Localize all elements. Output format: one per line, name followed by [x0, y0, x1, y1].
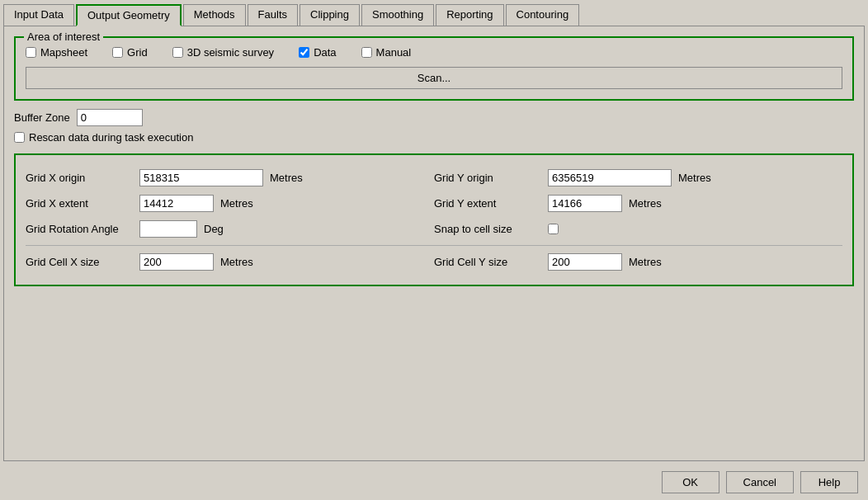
main-window: Input Data Output Geometry Methods Fault…: [0, 0, 868, 500]
manual-label: Manual: [376, 46, 412, 59]
mapsheet-checkbox[interactable]: [26, 47, 36, 58]
rescan-label: Rescan data during task execution: [29, 131, 193, 144]
seismic-checkbox[interactable]: [172, 47, 183, 58]
grid-params-grid: Grid X origin Metres Grid Y origin Metre…: [26, 165, 842, 275]
snap-row: Snap to cell size: [434, 216, 842, 242]
grid-cell-y-label: Grid Cell Y size: [434, 256, 541, 268]
grid-x-extent-unit: Metres: [220, 197, 253, 210]
grid-cell-x-unit: Metres: [220, 256, 253, 268]
scan-button[interactable]: Scan...: [26, 67, 842, 89]
footer: OK Cancel Help: [0, 465, 868, 500]
rescan-row: Rescan data during task execution: [14, 131, 854, 144]
ok-button[interactable]: OK: [662, 471, 719, 493]
grid-cell-x-label: Grid Cell X size: [26, 256, 133, 268]
grid-y-extent-input[interactable]: [548, 195, 622, 212]
mapsheet-label: Mapsheet: [40, 46, 87, 59]
buffer-zone-label: Buffer Zone: [14, 111, 70, 124]
grid-cell-x-input[interactable]: [139, 253, 214, 271]
area-of-interest-group: Area of interest Mapsheet Grid 3D seismi…: [14, 36, 854, 101]
grid-checkbox[interactable]: [112, 47, 123, 58]
grid-x-origin-unit: Metres: [270, 172, 303, 184]
tab-output-geometry[interactable]: Output Geometry: [76, 4, 182, 26]
grid-rotation-input[interactable]: [139, 220, 197, 238]
tab-bar: Input Data Output Geometry Methods Fault…: [0, 0, 868, 26]
grid-y-origin-row: Grid Y origin Metres: [434, 165, 842, 191]
data-checkbox-item[interactable]: Data: [299, 46, 336, 59]
grid-rotation-row: Grid Rotation Angle Deg: [26, 216, 434, 242]
snap-checkbox[interactable]: [548, 224, 559, 234]
grid-params-group: Grid X origin Metres Grid Y origin Metre…: [14, 153, 854, 286]
tab-methods[interactable]: Methods: [183, 4, 246, 26]
tab-faults[interactable]: Faults: [248, 4, 298, 26]
tab-clipping[interactable]: Clipping: [300, 4, 360, 26]
manual-checkbox[interactable]: [361, 47, 372, 58]
grid-divider: [26, 245, 842, 246]
data-checkbox[interactable]: [299, 47, 309, 58]
grid-cell-y-input[interactable]: [548, 253, 622, 271]
tab-smoothing[interactable]: Smoothing: [361, 4, 434, 26]
grid-y-extent-row: Grid Y extent Metres: [434, 191, 842, 216]
grid-cell-y-row: Grid Cell Y size Metres: [434, 249, 842, 275]
area-of-interest-legend: Area of interest: [24, 31, 103, 43]
tab-contouring[interactable]: Contouring: [506, 4, 580, 26]
grid-x-extent-row: Grid X extent Metres: [26, 191, 434, 216]
seismic-checkbox-item[interactable]: 3D seismic survey: [172, 46, 274, 59]
buffer-zone-row: Buffer Zone: [14, 109, 854, 126]
grid-y-extent-label: Grid Y extent: [434, 197, 541, 210]
mapsheet-checkbox-item[interactable]: Mapsheet: [26, 46, 87, 59]
buffer-zone-input[interactable]: [77, 109, 143, 126]
data-label: Data: [314, 46, 336, 59]
grid-y-origin-input[interactable]: [548, 169, 672, 186]
grid-x-origin-row: Grid X origin Metres: [26, 165, 434, 191]
snap-label: Snap to cell size: [434, 223, 541, 235]
grid-y-origin-unit: Metres: [678, 172, 711, 184]
grid-cell-x-row: Grid Cell X size Metres: [26, 249, 434, 275]
grid-x-origin-input[interactable]: [139, 169, 263, 186]
cancel-button[interactable]: Cancel: [726, 471, 794, 493]
help-button[interactable]: Help: [800, 471, 858, 493]
tab-reporting[interactable]: Reporting: [436, 4, 503, 26]
grid-rotation-unit: Deg: [204, 223, 224, 235]
grid-x-origin-label: Grid X origin: [26, 172, 133, 184]
grid-checkbox-item[interactable]: Grid: [112, 46, 148, 59]
grid-x-extent-label: Grid X extent: [26, 197, 133, 210]
seismic-label: 3D seismic survey: [187, 46, 274, 59]
rescan-checkbox[interactable]: [14, 132, 25, 143]
tab-input-data[interactable]: Input Data: [3, 4, 74, 26]
manual-checkbox-item[interactable]: Manual: [361, 46, 412, 59]
content-area: Area of interest Mapsheet Grid 3D seismi…: [3, 26, 865, 461]
aoi-checkbox-row: Mapsheet Grid 3D seismic survey Data Man…: [26, 46, 842, 59]
grid-y-extent-unit: Metres: [629, 197, 662, 210]
grid-rotation-label: Grid Rotation Angle: [26, 223, 133, 235]
grid-x-extent-input[interactable]: [139, 195, 214, 212]
grid-label: Grid: [127, 46, 148, 59]
grid-y-origin-label: Grid Y origin: [434, 172, 541, 184]
grid-cell-y-unit: Metres: [629, 256, 662, 268]
